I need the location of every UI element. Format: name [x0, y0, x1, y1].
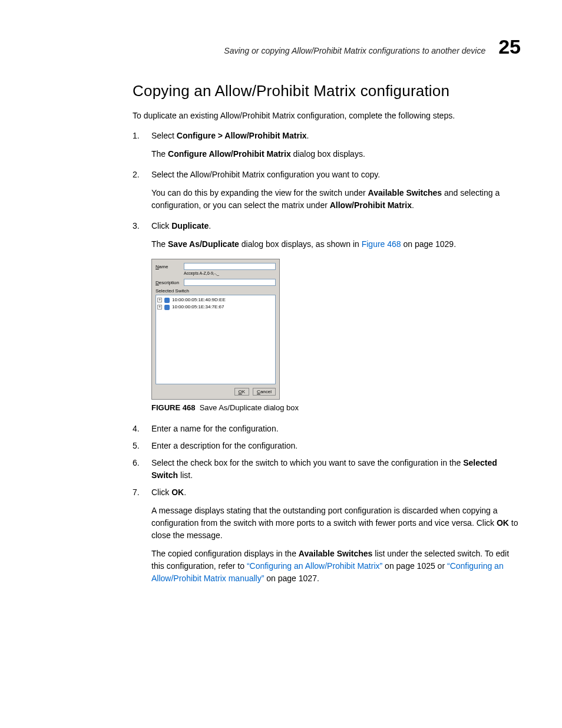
switch-row[interactable]: + 10:00:00:05:1E:34:7E:67 — [157, 304, 274, 311]
step-2-sub: You can do this by expanding the view fo… — [151, 187, 521, 212]
selected-switch-label: Selected Switch — [156, 288, 276, 294]
name-input[interactable] — [184, 263, 276, 270]
cancel-button[interactable]: Cancel — [253, 388, 276, 396]
name-hint: Accepts A-Z,0-9,-,_ — [184, 271, 276, 275]
step-number: 1. — [133, 130, 143, 164]
step-7-p1: A message displays stating that the outs… — [151, 505, 521, 542]
step-7-text: Click OK. — [151, 487, 186, 497]
step-4-text: Enter a name for the configuration. — [151, 423, 521, 435]
step-3-sub: The Save As/Duplicate dialog box display… — [151, 238, 521, 251]
step-5-text: Enter a description for the configuratio… — [151, 440, 521, 452]
step-7-p2: The copied configuration displays in the… — [151, 548, 521, 585]
config-link-1[interactable]: “Configuring an Allow/Prohibit Matrix” — [247, 561, 382, 571]
step-number: 5. — [133, 440, 143, 452]
page-title: Copying an Allow/Prohibit Matrix configu… — [133, 82, 521, 100]
figure-link[interactable]: Figure 468 — [362, 239, 401, 249]
switch-address: 10:00:00:05:1E:40:9D:EE — [172, 297, 226, 304]
step-number: 7. — [133, 486, 143, 588]
switch-icon — [164, 305, 170, 310]
step-4: 4. Enter a name for the configuration. — [133, 423, 521, 435]
step-6-text: Select the check box for the switch to w… — [151, 457, 521, 482]
switch-row[interactable]: + 10:00:00:05:1E:40:9D:EE — [157, 297, 274, 304]
running-title: Saving or copying Allow/Prohibit Matrix … — [224, 46, 485, 55]
step-7: 7. Click OK. A message displays stating … — [133, 486, 521, 588]
switch-address: 10:00:00:05:1E:34:7E:67 — [172, 304, 224, 311]
step-5: 5. Enter a description for the configura… — [133, 440, 521, 452]
expand-icon[interactable]: + — [157, 298, 162, 302]
step-2-text: Select the Allow/Prohibit Matrix configu… — [151, 170, 380, 179]
running-header: Saving or copying Allow/Prohibit Matrix … — [133, 35, 521, 58]
step-6: 6. Select the check box for the switch t… — [133, 457, 521, 482]
name-label: Name — [156, 264, 180, 269]
switch-icon — [164, 298, 170, 303]
step-2: 2. Select the Allow/Prohibit Matrix conf… — [133, 169, 521, 215]
step-number: 4. — [133, 423, 143, 435]
step-number: 2. — [133, 169, 143, 215]
selected-switch-list[interactable]: + 10:00:00:05:1E:40:9D:EE + 10:00:00:05:… — [156, 295, 276, 384]
intro-paragraph: To duplicate an existing Allow/Prohibit … — [133, 110, 521, 121]
step-number: 3. — [133, 220, 143, 254]
step-1-sub: The Configure Allow/Prohibit Matrix dial… — [151, 148, 521, 160]
chapter-number: 25 — [498, 35, 521, 58]
step-1-text: Select Configure > Allow/Prohibit Matrix… — [151, 131, 309, 140]
description-label: Description — [156, 280, 180, 285]
description-input[interactable] — [184, 279, 276, 286]
step-1: 1. Select Configure > Allow/Prohibit Mat… — [133, 130, 521, 164]
ok-button[interactable]: OK — [234, 388, 250, 396]
step-3: 3. Click Duplicate. The Save As/Duplicat… — [133, 220, 521, 254]
save-as-duplicate-dialog: Name Accepts A-Z,0-9,-,_ Description Sel… — [151, 259, 280, 400]
expand-icon[interactable]: + — [157, 305, 162, 309]
step-3-text: Click Duplicate. — [151, 221, 211, 230]
step-number: 6. — [133, 457, 143, 482]
figure-caption: FIGURE 468 Save As/Duplicate dialog box — [151, 403, 521, 412]
